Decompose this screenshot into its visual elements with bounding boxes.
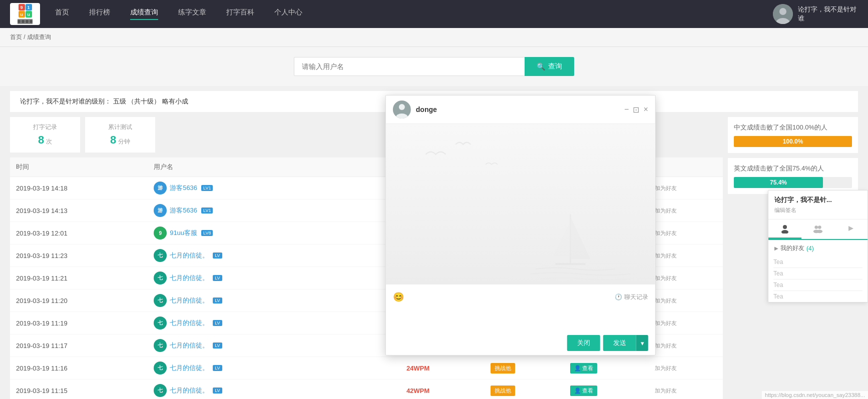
cell-empty1 [322,357,348,380]
cell-view: 👤查看 [564,380,649,400]
avatar[interactable] [773,4,793,24]
cell-username: 七 七月的信徒。 LV [148,290,322,312]
modal-controls: − ⊡ × [624,105,648,114]
add-friend-button[interactable]: 加为好友 [655,365,677,371]
person-icon: 👤 [574,388,581,394]
right-panel-tab-arrow[interactable] [834,220,867,239]
chinese-percent-bar-wrap: 100.0% [734,136,852,147]
modal-close-button[interactable]: × [643,105,648,114]
user-level-badge: LV [213,388,222,394]
cell-wpm: 42WPM [400,380,485,400]
chinese-percent-bar: 100.0% [734,136,852,147]
chat-modal[interactable]: donge − ⊡ × [385,95,656,356]
view-button[interactable]: 👤查看 [570,386,597,396]
cell-empty1 [322,177,348,200]
cell-empty2 [348,200,374,222]
username-link[interactable]: 七月的信徒。 [170,386,209,395]
user-level-badge: LV1 [201,185,213,191]
right-panel-tab-user[interactable] [768,220,801,239]
nav-scores[interactable]: 成绩查询 [130,8,158,20]
username-link[interactable]: 七月的信徒。 [170,341,209,350]
username-link[interactable]: 七月的信徒。 [170,251,209,260]
search-input[interactable] [294,57,525,76]
user-level-badge: LV [213,342,222,348]
friends-section-title[interactable]: ▶ 我的好友 (4) [774,244,861,252]
username-link[interactable]: 游客5636 [170,184,197,192]
username-link[interactable]: 91uu客服 [170,228,197,238]
bottom-url: https://blog.csdn.net/youcan_say23388... [762,391,868,399]
add-friend-button[interactable]: 加为好友 [655,298,677,304]
username-link[interactable]: 游客5636 [170,206,197,215]
right-panel-tab-group[interactable] [801,220,834,239]
emoji-button[interactable]: 😊 [393,292,404,302]
right-panel-edit[interactable]: 编辑签名 [774,206,861,214]
tea-label-1: Tea [773,256,862,268]
username-link[interactable]: 七月的信徒。 [170,274,209,282]
cell-empty1 [322,222,348,244]
svg-marker-16 [848,226,853,231]
tea-label-4: Tea [773,291,862,302]
user-avatar-small: 9 [154,226,167,240]
user-avatar-small: 七 [154,272,167,284]
send-button[interactable]: 发送 [603,335,636,351]
col-empty1 [322,158,348,177]
nav-wiki[interactable]: 打字百科 [226,8,254,20]
modal-maximize-button[interactable]: ⊡ [633,105,639,114]
add-friend-button[interactable]: 加为好友 [655,342,677,348]
nav-home[interactable]: 首页 [55,8,69,20]
user-level-badge: LV [213,275,222,281]
add-friend-button[interactable]: 加为好友 [655,275,677,281]
search-button[interactable]: 🔍 查询 [525,57,574,76]
cell-add: 加为好友 [649,222,723,244]
person-icon: 👤 [574,365,581,372]
add-friend-button[interactable]: 加为好友 [655,230,677,236]
modal-footer: 😊 🕐 聊天记录 关闭 发送 ▾ [386,284,655,355]
user-avatar-small: 游 [154,204,167,217]
site-logo[interactable]: 9 1 u u [10,3,40,25]
nav-articles[interactable]: 练字文章 [178,8,206,20]
modal-header: donge − ⊡ × [386,96,655,124]
challenge-button[interactable]: 挑战他 [491,363,515,374]
username-link[interactable]: 七月的信徒。 [170,296,209,305]
challenge-button[interactable]: 挑战他 [491,386,515,396]
modal-minimize-button[interactable]: − [624,105,629,114]
add-friend-button[interactable]: 加为好友 [655,320,677,326]
cell-time: 2019-03-19 14:13 [10,200,148,222]
nav-ranking[interactable]: 排行榜 [89,8,110,20]
nav-username: 论打字，我不是针对谁 [798,5,858,23]
view-button[interactable]: 👤查看 [570,363,597,374]
modal-close-chat-button[interactable]: 关闭 [567,335,600,351]
user-level-badge: LV1 [201,208,213,214]
username-link[interactable]: 七月的信徒。 [170,364,209,372]
add-friend-button[interactable]: 加为好友 [655,388,677,394]
svg-point-1 [779,8,786,15]
col-username: 用户名 [148,158,322,177]
breadcrumb: 首页 / 成绩查询 [0,28,868,47]
cell-time: 2019-03-19 12:01 [10,222,148,244]
cell-username: 七 七月的信徒。 LV [148,267,322,290]
send-dropdown-button[interactable]: ▾ [636,335,648,351]
chat-history-button[interactable]: 🕐 聊天记录 [615,293,648,302]
user-avatar-small: 七 [154,294,167,307]
cell-add: 加为好友 [649,312,723,334]
english-percent-card: 英文成绩击败了全国75.4%的人 75.4% [728,158,858,194]
cell-username: 游 游客5636 LV1 [148,177,322,200]
clock-icon: 🕐 [615,294,622,300]
username-link[interactable]: 七月的信徒。 [170,318,209,328]
cell-empty3 [374,357,400,380]
nav-profile[interactable]: 个人中心 [274,8,302,20]
chat-input[interactable] [393,306,648,330]
chevron-right-icon: ▶ [774,246,778,251]
right-panel: 论打字，我不是针... 编辑签名 ▶ 我的好友 (4 [768,190,868,302]
cell-empty2 [348,290,374,312]
add-friend-button[interactable]: 加为好友 [655,252,677,258]
chinese-percent-card: 中文成绩击败了全国100.0%的人 100.0% [728,117,858,153]
cell-time: 2019-03-19 14:18 [10,177,148,200]
cell-empty2 [348,312,374,334]
add-friend-button[interactable]: 加为好友 [655,185,677,191]
add-friend-button[interactable]: 加为好友 [655,208,677,214]
cell-time: 2019-03-19 11:15 [10,380,148,400]
breadcrumb-current: 成绩查询 [27,34,51,40]
right-panel-header: 论打字，我不是针... 编辑签名 [768,190,867,220]
breadcrumb-home[interactable]: 首页 [10,34,22,40]
